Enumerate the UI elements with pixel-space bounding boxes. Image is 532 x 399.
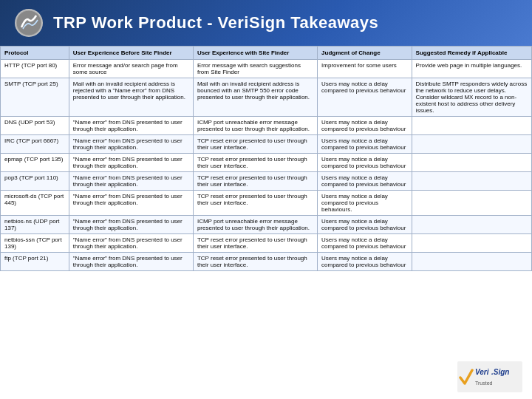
table-cell: TCP reset error presented to user throug… bbox=[193, 135, 317, 154]
table-cell bbox=[412, 216, 531, 234]
table-cell bbox=[412, 191, 531, 216]
table-row: microsoft-ds (TCP port 445)"Name error" … bbox=[1, 191, 532, 216]
col-header-before: User Experience Before Site Finder bbox=[69, 47, 193, 60]
table-cell: TCP reset error presented to user throug… bbox=[193, 172, 317, 191]
table-cell: SMTP (TCP port 25) bbox=[1, 78, 69, 117]
table-row: ftp (TCP port 21)"Name error" from DNS p… bbox=[1, 253, 532, 271]
table-cell bbox=[412, 253, 531, 271]
table-cell: Error message with search suggestions fr… bbox=[193, 60, 317, 78]
table-row: IRC (TCP port 6667)"Name error" from DNS… bbox=[1, 135, 532, 154]
table-cell bbox=[412, 234, 531, 253]
table-cell: Users may notice a delay compared to pre… bbox=[318, 191, 412, 216]
table-cell: Provide web page in multiple languages. bbox=[412, 60, 531, 78]
table-cell: "Name error" from DNS presented to user … bbox=[69, 117, 193, 135]
main-content: Protocol User Experience Before Site Fin… bbox=[0, 46, 532, 399]
table-cell: DNS (UDP port 53) bbox=[1, 117, 69, 135]
header: TRP Work Product - VeriSign Takeaways bbox=[0, 0, 532, 46]
table-cell: epmap (TCP port 135) bbox=[1, 154, 69, 172]
table-cell: Users may notice a delay compared to pre… bbox=[318, 154, 412, 172]
data-table: Protocol User Experience Before Site Fin… bbox=[0, 46, 532, 271]
table-cell: Users may notice a delay compared to pre… bbox=[318, 117, 412, 135]
header-logo-circle bbox=[15, 9, 43, 37]
table-row: SMTP (TCP port 25)Mail with an invalid r… bbox=[1, 78, 532, 117]
table-cell: Users may notice a delay compared to pre… bbox=[318, 234, 412, 253]
table-cell: ICMP port unreachable error message pres… bbox=[193, 117, 317, 135]
slide: TRP Work Product - VeriSign Takeaways Pr… bbox=[0, 0, 532, 399]
table-cell: "Name error" from DNS presented to user … bbox=[69, 154, 193, 172]
table-cell: netbios-ssn (TCP port 139) bbox=[1, 234, 69, 253]
table-cell: Distribute SMTP responders widely across… bbox=[412, 78, 531, 117]
table-cell: Users may notice a delay compared to pre… bbox=[318, 135, 412, 154]
table-cell: Users may notice a delay compared to pre… bbox=[318, 78, 412, 117]
table-cell: TCP reset error presented to user throug… bbox=[193, 154, 317, 172]
page-title: TRP Work Product - VeriSign Takeaways bbox=[53, 13, 378, 33]
table-cell: Users may notice a delay compared to pre… bbox=[318, 216, 412, 234]
table-cell: pop3 (TCP port 110) bbox=[1, 172, 69, 191]
table-row: netbios-ssn (TCP port 139)"Name error" f… bbox=[1, 234, 532, 253]
col-header-remedy: Suggested Remedy if Applicable bbox=[412, 47, 531, 60]
table-cell: TCP reset error presented to user throug… bbox=[193, 234, 317, 253]
svg-text:.Sign: .Sign bbox=[491, 368, 509, 376]
table-cell: "Name error" from DNS presented to user … bbox=[69, 234, 193, 253]
table-cell: Mail with an invalid recipient address i… bbox=[69, 78, 193, 117]
table-cell: "Name error" from DNS presented to user … bbox=[69, 191, 193, 216]
table-cell: Users may notice a delay compared to pre… bbox=[318, 172, 412, 191]
table-cell: "Name error" from DNS presented to user … bbox=[69, 253, 193, 271]
table-cell: "Name error" from DNS presented to user … bbox=[69, 216, 193, 234]
col-header-protocol: Protocol bbox=[1, 47, 69, 60]
col-header-judgment: Judgment of Change bbox=[318, 47, 412, 60]
col-header-after: User Experience with Site Finder bbox=[193, 47, 317, 60]
table-cell bbox=[412, 117, 531, 135]
table-cell: Users may notice a delay compared to pre… bbox=[318, 253, 412, 271]
table-cell: netbios-ns (UDP port 137) bbox=[1, 216, 69, 234]
table-cell: TCP reset error presented to user throug… bbox=[193, 191, 317, 216]
table-row: pop3 (TCP port 110)"Name error" from DNS… bbox=[1, 172, 532, 191]
svg-text:Veri: Veri bbox=[475, 368, 489, 376]
table-cell: "Name error" from DNS presented to user … bbox=[69, 135, 193, 154]
table-cell: microsoft-ds (TCP port 445) bbox=[1, 191, 69, 216]
table-cell: TCP reset error presented to user throug… bbox=[193, 253, 317, 271]
table-cell: Mail with an invalid recipient address i… bbox=[193, 78, 317, 117]
table-row: epmap (TCP port 135)"Name error" from DN… bbox=[1, 154, 532, 172]
table-cell: Improvement for some users bbox=[318, 60, 412, 78]
table-row: netbios-ns (UDP port 137)"Name error" fr… bbox=[1, 216, 532, 234]
verisign-logo-area: Veri .Sign Trusted bbox=[457, 360, 523, 393]
table-cell bbox=[412, 135, 531, 154]
table-cell: HTTP (TCP port 80) bbox=[1, 60, 69, 78]
svg-point-0 bbox=[16, 10, 41, 35]
table-row: HTTP (TCP port 80)Error message and/or s… bbox=[1, 60, 532, 78]
table-row: DNS (UDP port 53)"Name error" from DNS p… bbox=[1, 117, 532, 135]
table-cell: ftp (TCP port 21) bbox=[1, 253, 69, 271]
table-cell: Error message and/or search page from so… bbox=[69, 60, 193, 78]
table-cell bbox=[412, 154, 531, 172]
svg-text:Trusted: Trusted bbox=[475, 381, 493, 386]
table-cell: ICMP port unreachable error message pres… bbox=[193, 216, 317, 234]
table-cell: IRC (TCP port 6667) bbox=[1, 135, 69, 154]
table-cell bbox=[412, 172, 531, 191]
table-cell: "Name error" from DNS presented to user … bbox=[69, 172, 193, 191]
